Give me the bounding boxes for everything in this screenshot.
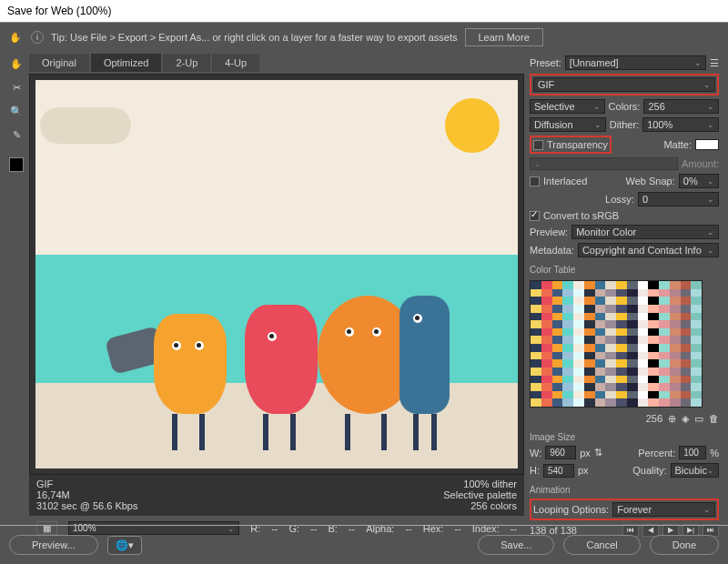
format-select[interactable]: GIF: [533, 77, 715, 92]
animation-title: Animation: [530, 485, 719, 495]
info-format: GIF: [36, 478, 137, 489]
color-table[interactable]: [530, 280, 703, 408]
dither-method-select[interactable]: Diffusion: [530, 117, 606, 132]
info-time: 3102 sec @ 56.6 Kbps: [36, 500, 137, 511]
done-button[interactable]: Done: [650, 535, 719, 555]
interlaced-checkbox[interactable]: [530, 176, 540, 186]
srgb-checkbox[interactable]: [530, 211, 540, 221]
height-input[interactable]: [543, 464, 574, 478]
preview-select[interactable]: Monitor Color: [571, 225, 719, 239]
eyedropper-tool-icon[interactable]: ✎: [8, 126, 25, 143]
color-table-title: Color Table: [530, 265, 719, 275]
settings-panel: Preset:[Unnamed]☰ GIF SelectiveColors:25…: [524, 52, 724, 540]
tab-2up[interactable]: 2-Up: [163, 54, 210, 72]
tab-original[interactable]: Original: [29, 54, 89, 72]
preset-select[interactable]: [Unnamed]: [565, 55, 706, 70]
websnap-select[interactable]: 0%: [679, 174, 719, 188]
preview-info: GIF 16,74M 3102 sec @ 56.6 Kbps 100% dit…: [29, 475, 524, 515]
preview-canvas[interactable]: [29, 74, 524, 475]
info-size: 16,74M: [36, 489, 137, 500]
learn-more-button[interactable]: Learn More: [465, 28, 543, 46]
info-icon: i: [31, 31, 44, 44]
tab-4up[interactable]: 4-Up: [212, 54, 259, 72]
save-button[interactable]: Save...: [478, 535, 554, 555]
lossy-select[interactable]: 0: [638, 192, 719, 206]
link-icon[interactable]: ⇅: [594, 447, 602, 458]
looping-select[interactable]: Forever: [612, 502, 715, 517]
dither-percent-select[interactable]: 100%: [642, 117, 719, 132]
preview-button[interactable]: Preview...: [9, 535, 98, 555]
width-input[interactable]: [545, 446, 576, 459]
transparency-checkbox[interactable]: [533, 140, 543, 150]
ct-map-icon[interactable]: ◈: [682, 413, 689, 425]
slice-tool-icon[interactable]: ✂: [8, 79, 25, 96]
reduction-select[interactable]: Selective: [530, 99, 605, 114]
window-title: Save for Web (100%): [0, 0, 728, 23]
hand-tool-icon[interactable]: ✋: [8, 55, 25, 72]
metadata-select[interactable]: Copyright and Contact Info: [578, 243, 719, 257]
tip-bar: ✋ i Tip: Use File > Export > Export As..…: [0, 23, 728, 52]
footer: Preview... 🌐▾ Save... Cancel Done: [0, 525, 728, 564]
info-palette: Selective palette: [443, 489, 517, 500]
ct-lock-icon[interactable]: ⊕: [668, 413, 676, 425]
transparency-dither-select: [530, 157, 678, 170]
tip-text: Tip: Use File > Export > Export As... or…: [51, 32, 458, 43]
matte-swatch[interactable]: [695, 139, 719, 150]
ct-new-icon[interactable]: ▭: [694, 413, 703, 425]
quality-select[interactable]: Bicubic: [671, 463, 719, 478]
info-dither: 100% dither: [443, 478, 517, 489]
percent-input[interactable]: [679, 446, 706, 459]
colors-select[interactable]: 256: [643, 99, 719, 114]
ct-trash-icon[interactable]: 🗑: [709, 413, 719, 425]
tool-strip: ✋ ✂ 🔍 ✎: [4, 52, 29, 540]
menu-icon[interactable]: ☰: [710, 57, 719, 69]
foreground-swatch[interactable]: [9, 157, 24, 172]
hand-icon: ✋: [7, 29, 24, 45]
zoom-tool-icon[interactable]: 🔍: [8, 103, 25, 119]
image-size-title: Image Size: [530, 432, 719, 442]
preset-label: Preset:: [530, 57, 561, 68]
info-colors: 256 colors: [443, 500, 517, 511]
tab-optimized[interactable]: Optimized: [91, 54, 162, 72]
cancel-button[interactable]: Cancel: [563, 535, 640, 555]
view-tabs: Original Optimized 2-Up 4-Up: [29, 52, 524, 74]
browser-preview-button[interactable]: 🌐▾: [107, 536, 142, 555]
